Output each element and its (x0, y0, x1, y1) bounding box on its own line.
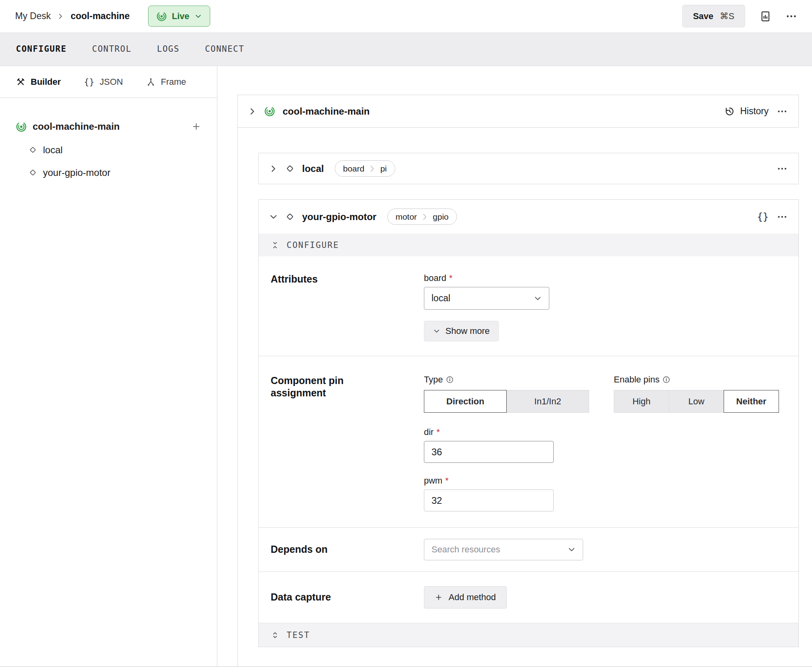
component-diamond-icon (285, 164, 295, 173)
view-tab-frame[interactable]: Frame (146, 77, 186, 87)
gpio-motor-title: your-gpio-motor (302, 211, 377, 222)
badge-type: motor (396, 212, 417, 222)
save-label: Save (693, 11, 713, 21)
enable-option-high[interactable]: High (614, 390, 669, 413)
add-resource-button[interactable] (191, 122, 201, 131)
breadcrumb-my-desk[interactable]: My Desk (15, 11, 51, 21)
enable-pins-segmented-control: High Low Neither (614, 390, 779, 413)
tree-item-label: your-gpio-motor (43, 167, 110, 178)
local-board-title: local (302, 163, 324, 174)
badge-chevron-icon (422, 213, 427, 221)
tab-configure[interactable]: CONFIGURE (16, 44, 66, 54)
live-status-icon (156, 11, 167, 21)
save-button[interactable]: Save ⌘S (682, 5, 745, 27)
motor-menu-button[interactable] (776, 215, 788, 219)
ellipsis-icon (777, 167, 787, 171)
raw-json-button[interactable]: {} (757, 211, 769, 222)
show-more-label: Show more (445, 326, 490, 336)
view-tab-label: JSON (100, 77, 123, 87)
report-icon (759, 10, 771, 22)
depends-on-select[interactable]: Search resources (424, 539, 583, 560)
type-segmented-control: Direction In1/In2 (424, 390, 589, 413)
badge-model: gpio (433, 212, 449, 222)
machine-menu-button[interactable] (776, 109, 788, 113)
chevron-down-icon (534, 294, 542, 302)
ellipsis-icon (786, 14, 797, 18)
breadcrumb-chevron-icon (57, 13, 64, 20)
required-asterisk: * (436, 427, 440, 437)
dir-input[interactable] (424, 441, 554, 463)
required-asterisk: * (449, 273, 453, 283)
enable-option-neither[interactable]: Neither (724, 390, 779, 413)
json-braces-icon: {} (84, 77, 95, 87)
chevron-down-icon (433, 328, 440, 335)
save-shortcut: ⌘S (720, 11, 734, 21)
chevron-down-icon (195, 13, 202, 20)
machine-nav-tabs: CONFIGURE CONTROL LOGS CONNECT (0, 32, 812, 66)
info-icon[interactable] (446, 376, 454, 384)
show-more-button[interactable]: Show more (424, 321, 499, 341)
expand-local-card-button[interactable] (269, 164, 278, 173)
view-tab-json[interactable]: {} JSON (84, 77, 123, 87)
more-options-button[interactable] (786, 14, 797, 18)
enable-pins-field-label: Enable pins (614, 374, 779, 385)
data-capture-section-label: Data capture (271, 591, 424, 603)
pin-assignment-section: Component pin assignment Type Direction (259, 356, 798, 527)
field-label-text: Type (424, 374, 443, 385)
badge-chevron-icon (369, 165, 375, 173)
braces-icon: {} (757, 211, 769, 222)
attributes-section-label: Attributes (271, 273, 424, 341)
tab-logs[interactable]: LOGS (157, 44, 180, 54)
live-status-dropdown[interactable]: Live (148, 6, 210, 27)
configure-section-header[interactable]: CONFIGURE (259, 234, 798, 256)
type-field-label: Type (424, 374, 589, 385)
plus-icon (435, 593, 443, 601)
expand-machine-card-button[interactable] (248, 107, 257, 116)
unfold-more-icon (271, 631, 279, 640)
test-section-header[interactable]: TEST (259, 623, 798, 647)
board-field-label: board * (424, 273, 453, 283)
board-select[interactable]: local (424, 287, 549, 310)
tree-item-machine-part[interactable]: cool-machine-main (0, 115, 217, 138)
info-icon[interactable] (662, 376, 670, 384)
chevron-down-icon (568, 546, 576, 554)
tree-item-label: cool-machine-main (33, 121, 120, 132)
breadcrumb-current: cool-machine (70, 11, 129, 21)
enable-option-low[interactable]: Low (669, 390, 724, 413)
builder-icon (16, 77, 25, 87)
view-tab-builder[interactable]: Builder (16, 77, 61, 87)
type-option-direction[interactable]: Direction (424, 390, 507, 413)
tree-item-local[interactable]: local (0, 138, 217, 161)
add-method-button[interactable]: Add method (424, 586, 507, 608)
test-section-label: TEST (287, 630, 310, 640)
pin-assignment-section-label: Component pin assignment (271, 374, 424, 511)
history-button[interactable]: History (724, 106, 769, 117)
top-bar: My Desk cool-machine Live Save ⌘S (0, 0, 812, 32)
history-label: History (740, 106, 769, 117)
unfold-less-icon (271, 241, 279, 250)
type-option-in1in2[interactable]: In1/In2 (506, 390, 589, 413)
pwm-field-label: pwm * (424, 476, 554, 486)
depends-on-section-label: Depends on (271, 543, 424, 556)
configure-section-label: CONFIGURE (287, 240, 339, 250)
field-label-text: dir (424, 427, 433, 437)
machine-part-icon (264, 106, 275, 117)
add-method-label: Add method (449, 592, 496, 603)
local-board-card: local board pi (258, 153, 799, 184)
field-label-text: pwm (424, 476, 442, 486)
breadcrumb: My Desk cool-machine (15, 11, 130, 21)
tab-control[interactable]: CONTROL (92, 44, 131, 54)
depends-on-section: Depends on Search resources (259, 527, 798, 571)
tree-item-your-gpio-motor[interactable]: your-gpio-motor (0, 161, 217, 184)
config-main: cool-machine-main History (217, 66, 812, 667)
data-capture-section: Data capture Add method (259, 571, 798, 623)
machine-report-button[interactable] (759, 10, 771, 22)
tab-connect[interactable]: CONNECT (205, 44, 244, 54)
chevron-right-icon (269, 164, 278, 173)
ellipsis-icon (777, 215, 787, 219)
component-diamond-icon (29, 146, 37, 154)
machine-part-title: cool-machine-main (283, 106, 370, 117)
pwm-input[interactable] (424, 490, 554, 511)
local-menu-button[interactable] (776, 167, 788, 171)
collapse-motor-card-button[interactable] (269, 213, 278, 221)
